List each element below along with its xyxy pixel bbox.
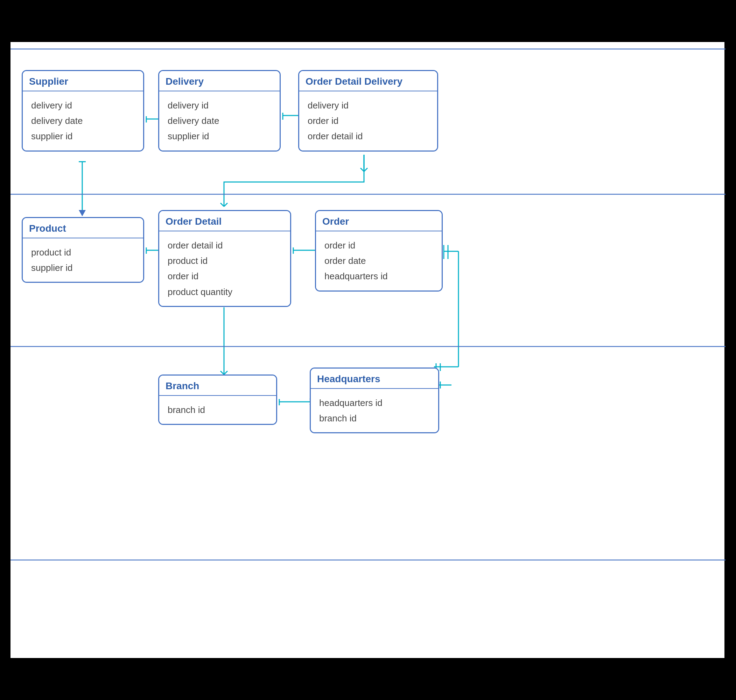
branch-header: Branch	[159, 375, 276, 396]
delivery-field-2: delivery date	[167, 113, 271, 128]
od-field-3: order id	[167, 268, 282, 284]
delivery-header: Delivery	[159, 71, 280, 91]
order-detail-delivery-header: Order Detail Delivery	[299, 71, 437, 91]
order-detail-delivery-entity: Order Detail Delivery delivery id order …	[298, 70, 438, 151]
order-header: Order	[316, 211, 442, 231]
supplier-entity: Supplier delivery id delivery date suppl…	[22, 70, 144, 151]
od-field-1: order detail id	[167, 238, 282, 253]
supplier-title: Supplier	[29, 76, 68, 87]
order-body: order id order date headquarters id	[316, 231, 442, 291]
headquarters-header: Headquarters	[311, 369, 438, 389]
supplier-field-1: delivery id	[31, 98, 135, 113]
od-field-2: product id	[167, 253, 282, 268]
delivery-field-3: supplier id	[167, 128, 271, 144]
product-header: Product	[23, 218, 143, 238]
order-detail-title: Order Detail	[166, 216, 222, 227]
headquarters-body: headquarters id branch id	[311, 389, 438, 432]
supplier-field-2: delivery date	[31, 113, 135, 128]
product-field-1: product id	[31, 245, 135, 260]
diagram-area: Supplier delivery id delivery date suppl…	[0, 0, 736, 700]
order-detail-header: Order Detail	[159, 211, 290, 231]
od-field-4: product quantity	[167, 284, 282, 300]
delivery-body: delivery id delivery date supplier id	[159, 91, 280, 150]
delivery-title: Delivery	[166, 76, 204, 87]
order-detail-delivery-body: delivery id order id order detail id	[299, 91, 437, 150]
order-entity: Order order id order date headquarters i…	[315, 210, 443, 291]
odd-field-1: delivery id	[308, 98, 429, 113]
order-detail-body: order detail id product id order id prod…	[159, 231, 290, 306]
branch-body: branch id	[159, 396, 276, 424]
headquarters-entity: Headquarters headquarters id branch id	[310, 368, 439, 433]
headquarters-title: Headquarters	[317, 374, 380, 384]
hq-field-1: headquarters id	[319, 395, 430, 410]
supplier-header: Supplier	[23, 71, 143, 91]
hq-field-2: branch id	[319, 410, 430, 426]
product-body: product id supplier id	[23, 238, 143, 282]
order-title: Order	[322, 216, 349, 227]
odd-field-3: order detail id	[308, 128, 429, 144]
delivery-field-1: delivery id	[167, 98, 271, 113]
supplier-body: delivery id delivery date supplier id	[23, 91, 143, 150]
product-title: Product	[29, 223, 66, 234]
supplier-field-3: supplier id	[31, 128, 135, 144]
order-detail-entity: Order Detail order detail id product id …	[158, 210, 291, 307]
branch-title: Branch	[166, 381, 199, 391]
odd-field-2: order id	[308, 113, 429, 128]
delivery-entity: Delivery delivery id delivery date suppl…	[158, 70, 281, 151]
order-field-1: order id	[325, 238, 433, 253]
branch-field-1: branch id	[167, 402, 268, 418]
product-field-2: supplier id	[31, 260, 135, 275]
product-entity: Product product id supplier id	[22, 217, 144, 283]
order-detail-delivery-title: Order Detail Delivery	[306, 76, 403, 87]
branch-entity: Branch branch id	[158, 375, 277, 425]
order-field-2: order date	[325, 253, 433, 268]
order-field-3: headquarters id	[325, 268, 433, 284]
